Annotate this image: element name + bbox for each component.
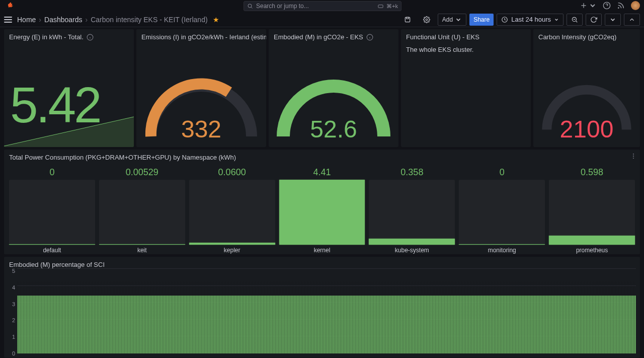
panel-title: Embodied (M) percentage of SCI [9,261,105,268]
refresh-button[interactable] [586,14,602,26]
svg-line-14 [576,21,578,22]
sparkline [4,112,134,147]
bar-fill [189,243,275,245]
panel-title: Carbon Intensity (gCO2eq) [538,33,616,41]
keyboard-icon [378,4,383,9]
svg-line-1 [251,7,252,8]
dock-menu-button[interactable] [4,17,12,23]
bar-value: 0 [49,167,54,178]
time-range-label: Last 24 hours [511,16,551,23]
favorite-star-icon[interactable]: ★ [213,16,219,24]
kebab-icon [630,153,637,160]
crumb-dashboards[interactable]: Dashboards [44,16,83,24]
bar-label: kernel [314,247,331,254]
panel-power-by-namespace[interactable]: Total Power Consumption (PKG+DRAM+OTHER+… [4,150,640,254]
svg-rect-2 [378,5,383,8]
time-series-chart: 012345 [8,271,636,355]
grafana-logo-icon[interactable] [6,2,14,10]
bar-track [9,180,95,245]
chevron-down-icon [589,2,597,10]
bar-value: 0.0600 [218,167,246,178]
share-button[interactable]: Share [469,14,494,26]
gauge-value: 2100 [560,115,614,143]
svg-rect-9 [406,17,409,19]
bar-fill [9,244,95,245]
y-tick: 4 [12,284,15,291]
search-icon [247,3,253,9]
bar-value: 4.41 [313,167,331,178]
bar-fill [459,244,545,245]
breadcrumb: Home › Dashboards › Carbon intensity EKS… [17,16,208,24]
bar-label: keit [137,247,147,254]
chevron-down-icon [554,17,559,22]
bar-fill [279,180,365,245]
svg-point-26 [633,158,634,159]
panel-title: Energy (E) in kWh - Total. [9,33,84,41]
clock-icon [501,16,508,23]
rss-icon [617,2,625,10]
info-icon[interactable] [366,34,373,41]
bar-value: 0 [500,167,505,178]
panel-title: Total Power Consumption (PKG+DRAM+OTHER+… [9,154,236,161]
panel-embodied[interactable]: Embodied (M) in gCO2e - EKS 52.6 [269,29,398,147]
bar-fill [99,244,185,245]
gridline [17,268,636,269]
global-search[interactable]: Search or jump to... ⌘+k [244,1,401,11]
add-menu[interactable] [580,2,597,10]
refresh-interval-button[interactable] [605,14,621,26]
svg-point-0 [248,4,252,8]
news-button[interactable] [617,2,625,10]
bar-label: prometheus [576,247,608,254]
panel-embodied-pct[interactable]: Embodied (M) percentage of SCI 012345 [4,257,640,357]
bar-label: default [43,247,61,254]
bar-fill [369,239,455,245]
bar-gauge-item: 0.358kube-system [369,167,455,254]
bar-value: 0.358 [400,167,423,178]
y-tick: 1 [12,334,15,340]
save-icon [404,16,411,23]
chevron-down-icon [609,16,616,23]
bar-value: 0.00529 [126,167,158,178]
gear-icon [423,16,430,23]
panel-text: The whole EKS cluster. [401,44,531,55]
gauge-value: 332 [181,115,221,143]
y-tick: 5 [12,268,15,274]
svg-point-10 [426,19,428,21]
search-placeholder: Search or jump to... [256,3,309,10]
bar-track [189,180,275,245]
bar-gauge-item: 0monitoring [459,167,545,254]
panel-emissions[interactable]: Emissions (I) in gCO2e/kWh - Ierland (es… [136,29,266,147]
kiosk-button[interactable] [624,14,640,26]
panel-title: Embodied (M) in gCO2e - EKS [274,33,363,41]
help-button[interactable] [603,2,611,10]
bar-label: monitoring [488,247,516,254]
panel-menu-button[interactable] [629,152,638,161]
panel-functional-unit[interactable]: Functional Unit (U) - EKS The whole EKS … [401,29,531,147]
search-shortcut: ⌘+k [386,3,398,10]
settings-button[interactable] [419,14,435,26]
svg-rect-8 [405,17,410,22]
bar-gauge-item: 0.0600kepler [189,167,275,254]
time-range-picker[interactable]: Last 24 hours [497,14,564,26]
y-tick: 3 [12,301,15,307]
svg-point-7 [618,8,619,8]
help-icon [603,2,611,10]
bar-track [279,180,365,245]
save-dashboard-button[interactable] [399,14,416,26]
panel-carbon-intensity[interactable]: Carbon Intensity (gCO2eq) 2100 [533,29,640,147]
panel-energy[interactable]: Energy (E) in kWh - Total. 5.42 [4,29,134,147]
zoom-out-button[interactable] [567,14,583,26]
bar-gauge-item: 0.598prometheus [549,167,635,254]
crumb-home[interactable]: Home [17,16,36,24]
bar-track [549,180,635,245]
info-icon[interactable] [87,34,94,41]
add-button[interactable]: Add [438,14,466,26]
chart-bars [17,281,636,353]
bar-gauge-item: 0default [9,167,95,254]
y-tick: 2 [12,317,15,323]
plus-icon [580,2,588,10]
crumb-current: Carbon intensity EKS - KEIT (Ierland) [91,16,207,24]
y-tick: 0 [12,350,15,356]
panel-title: Emissions (I) in gCO2e/kWh - Ierland (es… [141,33,266,41]
user-avatar[interactable] [631,1,640,10]
